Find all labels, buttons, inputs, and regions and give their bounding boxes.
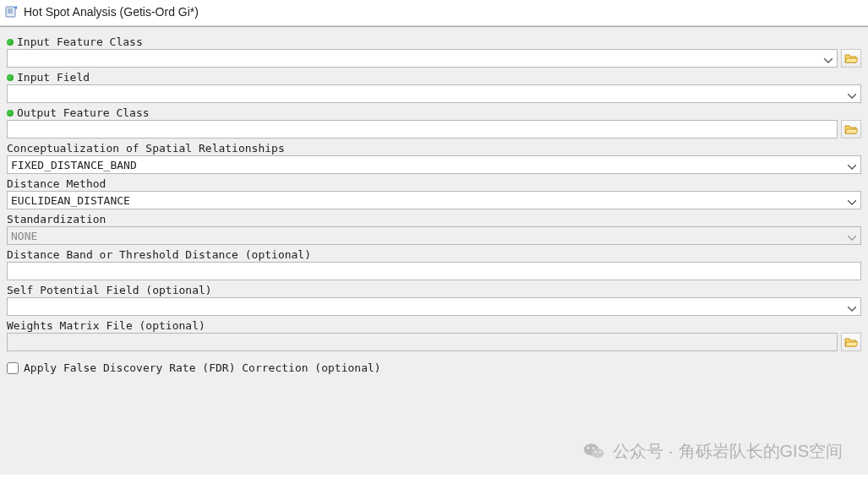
folder-open-icon (844, 52, 858, 64)
window-title: Hot Spot Analysis (Getis-Ord Gi*) (24, 5, 199, 19)
input-feature-class-input[interactable] (7, 49, 838, 68)
label-text: Input Feature Class (17, 35, 143, 48)
conceptualization-select[interactable]: FIXED_DISTANCE_BAND (7, 155, 861, 174)
label-distance-band: Distance Band or Threshold Distance (opt… (7, 248, 861, 261)
svg-rect-0 (6, 7, 15, 17)
label-text: Output Feature Class (17, 106, 150, 119)
folder-open-icon (844, 336, 858, 348)
distance-method-select[interactable]: EUCLIDEAN_DISTANCE (7, 191, 861, 209)
label-text: Standardization (7, 213, 106, 225)
label-input-feature-class: Input Feature Class (7, 35, 861, 48)
input-field-select[interactable] (7, 84, 861, 103)
label-text: Conceptualization of Spatial Relationshi… (7, 142, 285, 155)
checkbox-icon (7, 362, 19, 374)
tool-icon (5, 5, 19, 19)
distance-band-input[interactable] (7, 262, 861, 280)
label-input-field: Input Field (7, 71, 861, 84)
required-marker-icon (7, 110, 14, 117)
self-potential-field-select[interactable] (7, 297, 861, 316)
label-weights-matrix-file: Weights Matrix File (optional) (7, 319, 861, 332)
label-self-potential-field: Self Potential Field (optional) (7, 284, 861, 296)
browse-input-feature-class-button[interactable] (841, 49, 861, 68)
weights-matrix-file-input[interactable] (7, 333, 838, 351)
label-text: Input Field (17, 71, 90, 84)
folder-open-icon (844, 123, 858, 135)
parameters-form: Input Feature Class Input Field (0, 27, 868, 475)
label-text: Self Potential Field (optional) (7, 284, 212, 296)
output-feature-class-input[interactable] (7, 120, 838, 139)
label-text: Distance Method (7, 177, 106, 190)
required-marker-icon (7, 74, 14, 81)
title-bar: Hot Spot Analysis (Getis-Ord Gi*) (0, 0, 868, 24)
label-conceptualization: Conceptualization of Spatial Relationshi… (7, 142, 861, 155)
apply-fdr-checkbox-row[interactable]: Apply False Discovery Rate (FDR) Correct… (7, 361, 861, 374)
standardization-select[interactable]: NONE (7, 226, 861, 245)
required-marker-icon (7, 39, 14, 46)
browse-output-feature-class-button[interactable] (841, 120, 861, 139)
label-text: Weights Matrix File (optional) (7, 319, 205, 332)
label-standardization: Standardization (7, 213, 861, 225)
browse-weights-matrix-button[interactable] (841, 333, 861, 351)
apply-fdr-label: Apply False Discovery Rate (FDR) Correct… (24, 361, 381, 374)
label-distance-method: Distance Method (7, 177, 861, 190)
label-text: Distance Band or Threshold Distance (opt… (7, 248, 311, 261)
label-output-feature-class: Output Feature Class (7, 106, 861, 119)
